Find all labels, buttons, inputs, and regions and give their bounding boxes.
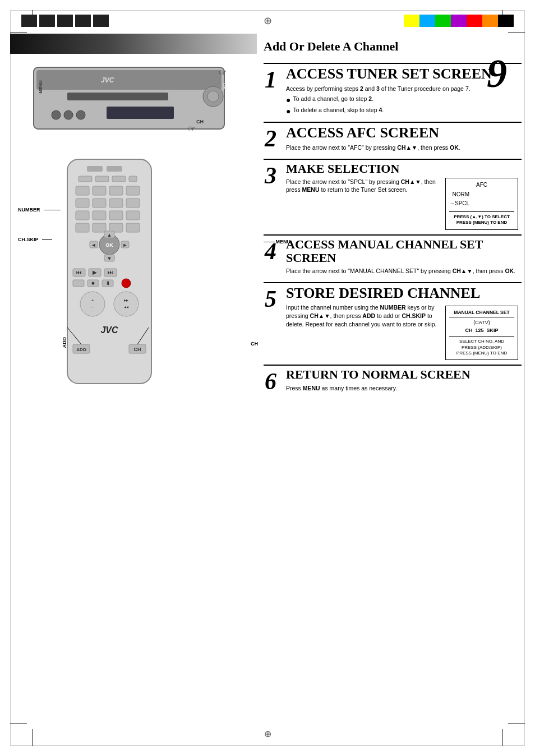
color-blocks — [404, 15, 514, 27]
svg-rect-23 — [93, 186, 106, 195]
number-label: NUMBER — [18, 207, 40, 213]
reg-mark-br-h — [508, 723, 525, 723]
manual-box: MANUAL CHANNEL SET (CATV)CH 125 SKIP SEL… — [445, 306, 518, 360]
svg-rect-32 — [109, 211, 123, 220]
bullet-dot-2: ● — [286, 105, 290, 117]
afc-spcl: →SPCL — [449, 199, 514, 208]
step-1-bullet-2-text: To delete a channel, skip to step 4. — [293, 106, 384, 115]
step-6-heading: RETURN TO NORMAL SCREEN — [286, 368, 518, 381]
black-block-1 — [21, 15, 37, 27]
color-yellow — [404, 15, 419, 27]
step-3-number: 3 — [264, 160, 284, 234]
afc-norm: NORM — [449, 190, 514, 199]
number-label-area: NUMBER — [18, 207, 61, 213]
step-3-body: Place the arrow next to "SPCL" by pressi… — [286, 178, 441, 194]
svg-rect-29 — [126, 199, 140, 208]
step-3-inner: Place the arrow next to "SPCL" by pressi… — [286, 178, 518, 230]
manual-box-content: (CATV)CH 125 SKIP — [449, 319, 514, 334]
reg-mark-br-v — [502, 729, 502, 746]
svg-point-59 — [122, 279, 131, 288]
black-block-3 — [57, 15, 73, 27]
add-label-area: ADD — [62, 337, 67, 348]
svg-rect-35 — [93, 223, 106, 232]
svg-text:▼: ▼ — [107, 256, 112, 261]
step-6-body: Press MENU as many times as necessary. — [286, 384, 518, 393]
step-3-heading: MAKE SELECTION — [286, 162, 518, 176]
color-red — [467, 15, 482, 27]
ch-label-area: CH — [251, 338, 258, 348]
svg-text:CH: CH — [196, 119, 204, 125]
svg-text:CH: CH — [134, 347, 141, 352]
svg-rect-4 — [67, 93, 168, 100]
step-1-heading: ACCESS TUNER SET SCREEN — [286, 66, 518, 82]
svg-text:▲: ▲ — [107, 232, 112, 238]
svg-point-60 — [80, 292, 105, 316]
svg-text:⏸: ⏸ — [105, 280, 110, 286]
svg-rect-18 — [79, 176, 92, 182]
step-6-content: RETURN TO NORMAL SCREEN Press MENU as ma… — [284, 366, 522, 399]
step-2-content: ACCESS AFC SCREEN Place the arrow next t… — [284, 123, 522, 158]
step-2-number: 2 — [264, 123, 284, 158]
svg-point-63 — [114, 292, 139, 316]
step-2-heading: ACCESS AFC SCREEN — [286, 125, 518, 141]
top-crosshair: ⊕ — [264, 15, 272, 27]
step-3-text: Place the arrow next to "SPCL" by pressi… — [286, 178, 441, 230]
svg-text:■: ■ — [91, 280, 94, 286]
svg-text:◄: ◄ — [91, 242, 96, 248]
add-label: ADD — [62, 337, 67, 348]
black-block-4 — [75, 15, 91, 27]
step-4: 4 ACCESS MANUAL CHANNEL SET SCREEN Place… — [264, 234, 522, 282]
svg-rect-20 — [112, 176, 126, 182]
black-block-5 — [93, 15, 109, 27]
svg-rect-1 — [36, 70, 222, 90]
manual-box-title: MANUAL CHANNEL SET — [449, 310, 514, 317]
step-4-content: ACCESS MANUAL CHANNEL SET SCREEN Place t… — [284, 236, 522, 282]
svg-rect-37 — [126, 223, 140, 232]
svg-text:MENU: MENU — [38, 80, 43, 94]
step-2-body: Place the arrow next to "AFC" by pressin… — [286, 144, 518, 152]
svg-rect-11 — [107, 107, 174, 119]
remote-svg: OK ◄ ► ▲ ▼ ⏮ ▶ ⏭ ■ ⏸ + — [56, 154, 163, 395]
svg-text:ADD: ADD — [76, 347, 86, 352]
step-3-content: MAKE SELECTION Place the arrow next to "… — [284, 160, 522, 234]
afc-box: AFC NORM →SPCL PRESS (▲,▼) TO SELECTPRES… — [445, 178, 518, 230]
step-6-number: 6 — [264, 366, 284, 399]
color-black — [498, 15, 514, 27]
step-3: 3 MAKE SELECTION Place the arrow next to… — [264, 159, 522, 234]
svg-text:⏮: ⏮ — [76, 269, 82, 275]
step-4-body: Place the arrow next to "MANUAL CHANNEL … — [286, 267, 518, 275]
color-cyan — [419, 15, 435, 27]
color-orange — [482, 15, 498, 27]
step-5-body: Input the channel number using the NUMBE… — [286, 303, 441, 328]
chskip-label-area: CH.SKIP — [18, 237, 52, 242]
svg-rect-34 — [76, 223, 89, 232]
bullet-dot-1: ● — [286, 94, 290, 106]
svg-rect-26 — [76, 199, 89, 208]
svg-rect-19 — [95, 176, 109, 182]
step-5: 5 STORE DESIRED CHANNEL Input the channe… — [264, 282, 522, 365]
black-blocks — [21, 15, 109, 27]
step-1-bullet-2: ● To delete a channel, skip to step 4. — [286, 106, 518, 117]
svg-text:◂◂: ◂◂ — [124, 305, 128, 310]
step-4-heading: ACCESS MANUAL CHANNEL SET SCREEN — [286, 238, 518, 265]
ch-label: CH — [251, 341, 258, 347]
svg-point-7 — [207, 91, 219, 102]
color-purple — [451, 15, 467, 27]
svg-rect-22 — [76, 186, 89, 195]
top-bar: ⊕ — [10, 10, 525, 31]
bottom-crosshair: ⊕ — [264, 729, 271, 739]
step-1-content: ACCESS TUNER SET SCREEN Access by perfor… — [284, 64, 522, 122]
afc-box-footer: PRESS (▲,▼) TO SELECTPRESS (MENU) TO END — [449, 211, 514, 226]
afc-box-items: NORM →SPCL — [449, 190, 514, 208]
step-1: 1 ACCESS TUNER SET SCREEN Access by perf… — [264, 63, 522, 122]
svg-rect-27 — [93, 199, 106, 208]
step-5-inner: Input the channel number using the NUMBE… — [286, 303, 518, 360]
svg-rect-33 — [126, 211, 140, 220]
manual-box-footer: SELECT CH NO. ANDPRESS (ADD/SKIP)PRESS (… — [449, 336, 514, 356]
svg-text:►: ► — [123, 242, 128, 248]
step-1-body: Access by performing steps 2 and 3 of th… — [286, 85, 518, 93]
svg-point-10 — [76, 110, 85, 119]
svg-rect-54 — [73, 280, 84, 287]
svg-text:☞: ☞ — [188, 124, 196, 133]
step-5-number: 5 — [264, 283, 284, 365]
